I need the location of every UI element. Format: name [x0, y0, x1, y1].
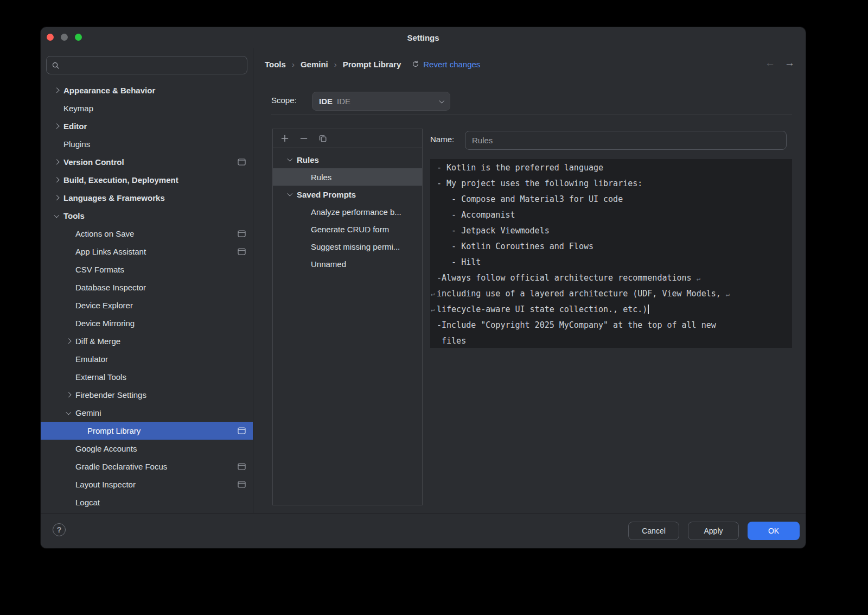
copy-prompt-button[interactable] [317, 132, 329, 144]
sidebar-item-version-control[interactable]: Version Control [41, 153, 253, 171]
sidebar-item-label: Appearance & Behavior [63, 86, 155, 95]
desktop-background: Settings Appearance & Behavior [0, 0, 868, 615]
window-title: Settings [41, 27, 806, 48]
sidebar-item-languages-frameworks[interactable]: Languages & Frameworks [41, 189, 253, 207]
prompt-item-analyze-performance[interactable]: Analyze performance b... [273, 203, 422, 220]
sidebar-item-tools[interactable]: Tools [41, 207, 253, 225]
sidebar-item-label: Logcat [75, 498, 100, 507]
prompt-item-unnamed[interactable]: Unnamed [273, 255, 422, 272]
revert-icon [412, 60, 419, 68]
sidebar-item-device-explorer[interactable]: Device Explorer [41, 296, 253, 314]
ide-settings-icon [238, 427, 246, 434]
sidebar-item-label: Plugins [63, 140, 90, 149]
sidebar-item-device-mirroring[interactable]: Device Mirroring [41, 314, 253, 332]
name-label: Name: [430, 135, 454, 144]
settings-search-box[interactable] [46, 56, 247, 74]
sidebar-item-prompt-library[interactable]: Prompt Library [41, 422, 253, 440]
traffic-lights [47, 34, 82, 41]
prompt-item-suggest-missing-permissions[interactable]: Suggest missing permi... [273, 238, 422, 255]
editor-line: -Include "Copyright 2025 MyCompany" at t… [430, 318, 792, 333]
prompt-text-editor[interactable]: - Kotlin is the preferred language - My … [430, 159, 792, 348]
forward-arrow-icon[interactable]: → [784, 57, 795, 69]
editor-line: -Always follow official architecture rec… [430, 270, 792, 286]
sidebar-item-label: Diff & Merge [75, 337, 120, 346]
sidebar-item-database-inspector[interactable]: Database Inspector [41, 278, 253, 296]
sidebar-item-app-links-assistant[interactable]: App Links Assistant [41, 243, 253, 261]
sidebar-item-label: Version Control [63, 157, 124, 167]
minimize-window-button[interactable] [61, 34, 68, 41]
add-prompt-button[interactable] [279, 132, 291, 144]
chevron-down-icon [439, 98, 444, 103]
prompt-list-panel: Rules Rules Saved Prompts Analyze perfor… [272, 129, 423, 505]
sidebar-item-logcat[interactable]: Logcat [41, 493, 253, 511]
prompt-item-rules[interactable]: Rules [273, 168, 422, 186]
chevron-right-icon [54, 195, 59, 200]
sidebar-item-label: Emulator [75, 354, 108, 364]
breadcrumb-gemini[interactable]: Gemini [301, 60, 328, 69]
sidebar-item-label: Actions on Save [75, 229, 134, 238]
sidebar-item-label: Device Explorer [75, 301, 133, 310]
sidebar-item-editor[interactable]: Editor [41, 117, 253, 135]
sidebar-item-actions-on-save[interactable]: Actions on Save [41, 225, 253, 243]
cancel-button[interactable]: Cancel [628, 522, 679, 540]
prompt-item-label: Generate CRUD form [311, 225, 389, 234]
scope-dropdown[interactable]: IDE IDE [312, 92, 450, 111]
apply-button[interactable]: Apply [688, 522, 739, 540]
chevron-down-icon [66, 409, 71, 414]
close-window-button[interactable] [47, 34, 54, 41]
revert-changes-link[interactable]: Revert changes [423, 60, 480, 69]
breadcrumb-separator: › [292, 60, 295, 69]
prompt-name-input[interactable] [465, 131, 787, 150]
prompt-group-label: Saved Prompts [297, 190, 356, 199]
breadcrumb-tools[interactable]: Tools [265, 60, 286, 69]
prompt-item-label: Analyze performance b... [311, 207, 401, 217]
remove-prompt-button[interactable] [298, 132, 310, 144]
help-icon: ? [57, 525, 62, 534]
breadcrumb-separator: › [334, 60, 337, 69]
help-button[interactable]: ? [53, 523, 66, 536]
prompt-item-generate-crud-form[interactable]: Generate CRUD form [273, 220, 422, 238]
breadcrumb-prompt-library: Prompt Library [343, 60, 401, 69]
sidebar-item-label: External Tools [75, 372, 126, 382]
chevron-right-icon [66, 339, 71, 344]
editor-line: - Hilt [430, 255, 792, 270]
zoom-window-button[interactable] [75, 34, 82, 41]
editor-line: - Accompanist [430, 207, 792, 223]
sidebar-item-keymap[interactable]: Keymap [41, 99, 253, 117]
sidebar-item-layout-inspector[interactable]: Layout Inspector [41, 475, 253, 493]
editor-line: - Jetpack Viewmodels [430, 223, 792, 239]
sidebar-item-google-accounts[interactable]: Google Accounts [41, 440, 253, 458]
prompt-group-saved-prompts[interactable]: Saved Prompts [273, 186, 422, 203]
sidebar-item-label: Firebender Settings [75, 390, 146, 400]
sidebar-item-firebender-settings[interactable]: Firebender Settings [41, 386, 253, 404]
sidebar-item-appearance-behavior[interactable]: Appearance & Behavior [41, 81, 253, 99]
chevron-right-icon [54, 124, 59, 129]
sidebar-item-build-execution-deployment[interactable]: Build, Execution, Deployment [41, 171, 253, 189]
back-arrow-icon[interactable]: ← [765, 57, 775, 69]
ok-button[interactable]: OK [748, 522, 800, 540]
sidebar-item-label: Layout Inspector [75, 480, 136, 489]
sidebar-item-gradle-declarative-focus[interactable]: Gradle Declarative Focus [41, 458, 253, 475]
sidebar-item-emulator[interactable]: Emulator [41, 350, 253, 368]
soft-wrap-icon: ↵ [726, 290, 730, 298]
chevron-down-icon [54, 212, 59, 217]
search-input[interactable] [63, 61, 242, 69]
titlebar[interactable]: Settings [41, 27, 806, 48]
sidebar-item-label: CSV Formats [75, 265, 124, 274]
sidebar-item-gemini[interactable]: Gemini [41, 404, 253, 422]
ide-settings-icon [238, 230, 246, 237]
chevron-right-icon [54, 160, 59, 164]
sidebar-item-label: Tools [63, 211, 85, 220]
scope-label: Scope: [271, 96, 297, 105]
sidebar-item-diff-merge[interactable]: Diff & Merge [41, 332, 253, 350]
soft-wrap-icon: ↵ [697, 275, 700, 282]
sidebar-item-label: Keymap [63, 104, 93, 113]
prompt-group-rules[interactable]: Rules [273, 151, 422, 168]
sidebar-item-external-tools[interactable]: External Tools [41, 368, 253, 386]
sidebar-item-label: Gemini [75, 408, 101, 417]
sidebar-item-plugins[interactable]: Plugins [41, 135, 253, 153]
settings-content: Tools › Gemini › Prompt Library Revert c… [254, 48, 806, 513]
section-divider [271, 115, 792, 115]
sidebar-item-csv-formats[interactable]: CSV Formats [41, 261, 253, 278]
sidebar-item-label: App Links Assistant [75, 247, 146, 256]
